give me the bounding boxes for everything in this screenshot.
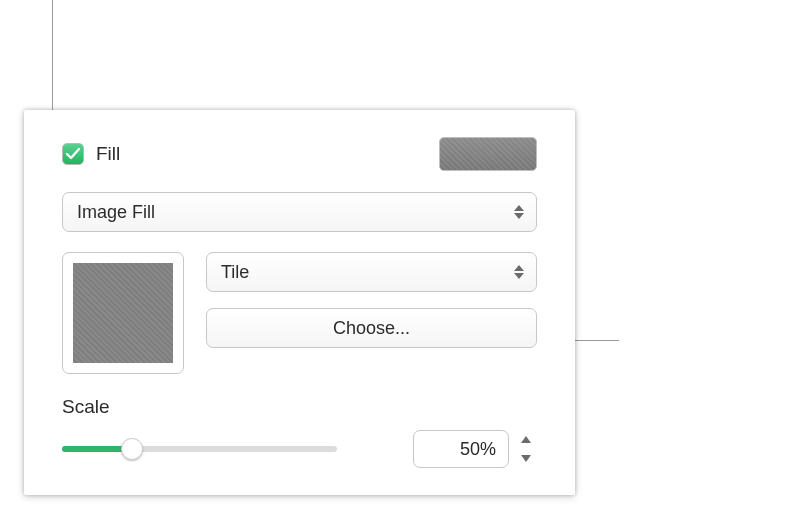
fill-type-select[interactable]: Image Fill xyxy=(62,192,537,232)
scale-value: 50% xyxy=(460,439,496,460)
updown-icon xyxy=(514,253,524,291)
tile-mode-select[interactable]: Tile xyxy=(206,252,537,292)
slider-knob[interactable] xyxy=(121,438,143,460)
scale-label: Scale xyxy=(62,396,537,418)
fill-label: Fill xyxy=(96,143,120,165)
updown-icon xyxy=(514,193,524,231)
fill-panel: Fill Image Fill T xyxy=(24,110,575,495)
image-preview xyxy=(73,263,173,363)
scale-step-down[interactable] xyxy=(515,449,537,468)
scale-step-up[interactable] xyxy=(515,430,537,449)
fill-type-value: Image Fill xyxy=(77,202,155,223)
fill-checkbox[interactable] xyxy=(62,143,84,165)
scale-field[interactable]: 50% xyxy=(413,430,509,468)
scale-slider[interactable] xyxy=(62,437,337,461)
choose-button[interactable]: Choose... xyxy=(206,308,537,348)
image-preview-well[interactable] xyxy=(62,252,184,374)
check-icon xyxy=(66,148,80,160)
fill-color-well[interactable] xyxy=(439,137,537,171)
chevron-up-icon xyxy=(521,436,531,443)
tile-mode-value: Tile xyxy=(221,262,249,283)
chevron-down-icon xyxy=(521,455,531,462)
choose-button-label: Choose... xyxy=(333,318,410,339)
